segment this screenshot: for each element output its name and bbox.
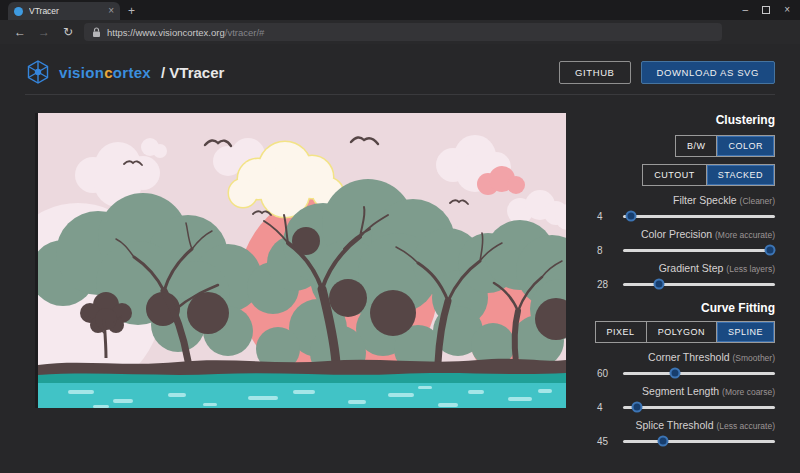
polygon-button[interactable]: POLYGON xyxy=(646,322,716,342)
filter-speckle-thumb[interactable] xyxy=(625,211,636,222)
splice-threshold-slider[interactable] xyxy=(623,434,775,448)
tab-title: VTracer xyxy=(29,6,102,16)
traced-artwork xyxy=(38,113,566,408)
tab-close-icon[interactable]: × xyxy=(108,6,114,16)
corner-threshold-slider[interactable] xyxy=(623,366,775,380)
browser-tab-bar: VTracer × + – × xyxy=(0,0,800,20)
page-header: visioncortex / VTracer GITHUB DOWNLOAD A… xyxy=(25,53,775,91)
header-divider xyxy=(25,94,775,95)
splice-threshold-slider-row: 45 xyxy=(597,434,775,448)
window-controls: – × xyxy=(743,0,796,20)
splice-threshold-label: Splice Threshold (Less accurate) xyxy=(635,419,775,431)
color-precision-thumb[interactable] xyxy=(765,245,776,256)
spline-button[interactable]: SPLINE xyxy=(716,322,774,342)
browser-window: VTracer × + – × ← → ↻ https://www.vision… xyxy=(0,0,800,473)
refresh-icon[interactable]: ↻ xyxy=(56,25,80,39)
vtracer-page: visioncortex / VTracer GITHUB DOWNLOAD A… xyxy=(0,44,800,473)
water xyxy=(38,383,566,408)
corner-threshold-thumb[interactable] xyxy=(669,368,680,379)
splice-threshold-thumb[interactable] xyxy=(657,436,668,447)
gradient-step-value: 28 xyxy=(597,279,623,290)
corner-threshold-label: Corner Threshold (Smoother) xyxy=(648,351,775,363)
splice-threshold-value: 45 xyxy=(597,436,623,447)
color-precision-slider-row: 8 xyxy=(597,243,775,257)
segment-length-slider[interactable] xyxy=(623,400,775,414)
url-bar[interactable]: https://www.visioncortex.org/vtracer/# xyxy=(84,23,722,41)
browser-tab[interactable]: VTracer × xyxy=(8,2,120,20)
close-window-button[interactable]: × xyxy=(784,5,790,15)
tab-favicon-icon xyxy=(14,7,23,16)
back-icon[interactable]: ← xyxy=(8,25,32,39)
download-svg-button[interactable]: DOWNLOAD AS SVG xyxy=(641,61,775,84)
new-tab-button[interactable]: + xyxy=(128,4,135,18)
maximize-button[interactable] xyxy=(762,6,770,14)
gradient-step-label: Gradient Step (Less layers) xyxy=(659,262,775,274)
corner-threshold-value: 60 xyxy=(597,368,623,379)
color-precision-value: 8 xyxy=(597,245,623,256)
segment-length-slider-row: 4 xyxy=(597,400,775,414)
page-title: / VTracer xyxy=(161,64,224,81)
segment-length-label: Segment Length (More coarse) xyxy=(642,385,775,397)
brand-wordmark: visioncortex xyxy=(59,64,151,81)
minimize-button[interactable]: – xyxy=(743,5,749,15)
traced-image-preview[interactable] xyxy=(35,113,566,408)
filter-speckle-label: Filter Speckle (Cleaner) xyxy=(673,194,775,206)
lock-icon xyxy=(92,27,101,38)
gradient-step-slider[interactable] xyxy=(623,277,775,291)
cutout-button[interactable]: CUTOUT xyxy=(643,165,705,185)
gradient-step-thumb[interactable] xyxy=(654,279,665,290)
github-button[interactable]: GITHUB xyxy=(559,61,631,84)
header-buttons: GITHUB DOWNLOAD AS SVG xyxy=(559,61,775,84)
curve-fitting-section-title: Curve Fitting xyxy=(701,301,775,315)
visioncortex-logo-icon xyxy=(25,59,51,85)
color-button[interactable]: COLOR xyxy=(716,136,774,156)
browser-nav-bar: ← → ↻ https://www.visioncortex.org/vtrac… xyxy=(0,20,800,44)
hierarchy-toggle-group: CUTOUT STACKED xyxy=(642,164,775,186)
visioncortex-brand[interactable]: visioncortex xyxy=(25,59,151,85)
color-precision-label: Color Precision (More accurate) xyxy=(641,228,775,240)
filter-speckle-slider[interactable] xyxy=(623,209,775,223)
mode-toggle-group: B/W COLOR xyxy=(675,135,775,157)
curve-mode-toggle-group: PIXEL POLYGON SPLINE xyxy=(595,321,775,343)
corner-threshold-slider-row: 60 xyxy=(597,366,775,380)
forward-icon[interactable]: → xyxy=(32,25,56,39)
stacked-button[interactable]: STACKED xyxy=(706,165,774,185)
url-text: https://www.visioncortex.org/vtracer/# xyxy=(107,27,264,38)
clustering-section-title: Clustering xyxy=(716,113,775,127)
filter-speckle-slider-row: 4 xyxy=(597,209,775,223)
gradient-step-slider-row: 28 xyxy=(597,277,775,291)
color-precision-slider[interactable] xyxy=(623,243,775,257)
bw-button[interactable]: B/W xyxy=(676,136,717,156)
segment-length-thumb[interactable] xyxy=(631,402,642,413)
filter-speckle-value: 4 xyxy=(597,211,623,222)
pixel-button[interactable]: PIXEL xyxy=(596,322,646,342)
settings-panel: Clustering B/W COLOR CUTOUT STACKED Filt… xyxy=(597,113,775,448)
segment-length-value: 4 xyxy=(597,402,623,413)
